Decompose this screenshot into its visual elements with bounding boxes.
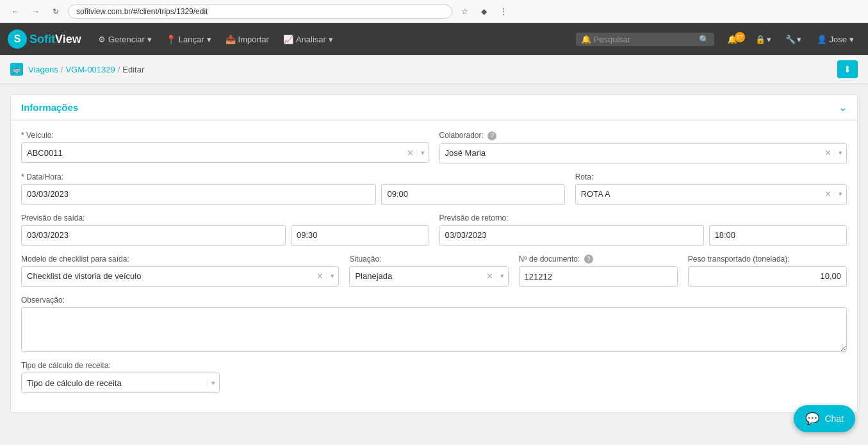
data-input[interactable] [21,184,376,205]
form-row-3: Previsão de saída: Previsão de retorno: [21,214,847,246]
card-body: * Veículo: ABC0011 ✕ ▾ Colaborador: ? [11,121,857,412]
chevron-down-icon: ▾ [797,35,801,44]
veiculo-select-wrapper[interactable]: ABC0011 ✕ ▾ [21,142,429,163]
form-group-situacao: Situação: Planejada ✕ ▾ [349,255,508,287]
checklist-clear-icon[interactable]: ✕ [314,271,326,281]
form-group-doc: Nº de documento: ? [519,255,678,287]
user-icon: 👤 [817,35,827,44]
forward-button[interactable]: → [28,5,44,18]
brand-icon: S [8,29,27,49]
checklist-select[interactable]: Checklist de vistoria de veículo [22,267,314,286]
nav-item-importar[interactable]: 📥 Importar [219,31,275,48]
bookmark-icon[interactable]: ☆ [457,5,472,18]
rota-label: Rota: [575,172,847,181]
nav-menu: ⚙ Gerenciar ▾ 📍 Lançar ▾ 📥 Importar 📈 An… [92,31,340,48]
form-group-tipo-calculo: Tipo de cálculo de receita: Tipo de cálc… [21,361,220,393]
hora-input[interactable] [381,184,564,205]
map-pin-icon: 📍 [166,35,176,44]
veiculo-clear-icon[interactable]: ✕ [404,148,416,158]
colaborador-clear-icon[interactable]: ✕ [822,148,834,158]
rota-select-wrapper[interactable]: ROTA A ✕ ▾ [575,184,847,205]
situacao-select-wrapper[interactable]: Planejada ✕ ▾ [349,266,508,287]
form-row-1: * Veículo: ABC0011 ✕ ▾ Colaborador: ? [21,131,847,164]
rota-clear-icon[interactable]: ✕ [822,189,834,199]
colaborador-select[interactable]: José Maria [440,144,823,163]
form-group-observacao: Observação: [21,296,847,352]
chat-label: Chat [824,414,844,424]
form-row-5: Observação: [21,296,847,352]
chevron-down-icon: ▾ [849,35,854,44]
tipo-calculo-select[interactable]: Tipo de cálculo de receita [22,373,207,392]
user-menu[interactable]: 👤 Jose ▾ [810,31,860,48]
colaborador-info-icon[interactable]: ? [487,131,496,140]
form-group-colaborador: Colaborador: ? José Maria ✕ ▾ [439,131,848,164]
nav-item-lancar[interactable]: 📍 Lançar ▾ [160,31,218,48]
breadcrumb: 🚌 Viagens / VGM-001329 / Editar ⬇ [0,55,868,84]
previsao-saida-time-input[interactable] [291,225,429,246]
menu-icon[interactable]: ⋮ [496,5,511,18]
situacao-select[interactable]: Planejada [350,267,483,286]
colaborador-arrow-icon[interactable]: ▾ [834,149,846,157]
previsao-saida-date-input[interactable] [21,225,286,246]
url-bar[interactable]: sofitview.com.br/#/client/trips/1329/edi… [68,4,452,19]
checklist-label: Modelo de checklist para saída: [21,255,339,264]
chevron-down-icon: ▾ [147,35,152,44]
rota-select[interactable]: ROTA A [576,185,822,204]
colaborador-select-wrapper[interactable]: José Maria ✕ ▾ [439,143,848,164]
previsao-retorno-date-input[interactable] [439,225,704,246]
navbar: S SofitView ⚙ Gerenciar ▾ 📍 Lançar ▾ 📥 I… [0,23,868,55]
form-group-previsao-retorno: Previsão de retorno: [439,214,848,246]
wrench-icon: 🔧 [785,35,796,44]
browser-addressbar: ← → ↻ sofitview.com.br/#/client/trips/13… [0,0,868,23]
peso-input[interactable] [688,266,847,287]
export-button[interactable]: ⬇ [837,60,858,78]
tipo-calculo-label: Tipo de cálculo de receita: [21,361,220,370]
tipo-calculo-select-wrapper[interactable]: Tipo de cálculo de receita ▾ [21,373,220,393]
previsao-retorno-label: Previsão de retorno: [439,214,848,222]
form-group-checklist: Modelo de checklist para saída: Checklis… [21,255,339,287]
breadcrumb-trips-link[interactable]: Viagens [28,65,58,74]
refresh-button[interactable]: ↻ [49,5,63,18]
data-hora-label: * Data/Hora: [21,172,565,181]
nav-item-gerenciar[interactable]: ⚙ Gerenciar ▾ [92,31,158,48]
veiculo-arrow-icon[interactable]: ▾ [416,149,429,157]
notification-btn[interactable]: 🔔 27 [718,31,746,48]
breadcrumb-sep-2: / [118,65,120,74]
main-content: Informações ⌄ * Veículo: ABC0011 ✕ ▾ [0,84,868,445]
doc-input[interactable] [519,266,678,287]
search-submit-icon[interactable]: 🔍 [699,35,709,44]
situacao-clear-icon[interactable]: ✕ [484,271,496,281]
search-input[interactable] [594,35,696,44]
settings-btn[interactable]: 🔧 ▾ [780,31,807,48]
search-icon: 🔔 [581,35,591,44]
import-icon: 📥 [225,35,236,44]
rota-arrow-icon[interactable]: ▾ [834,190,846,198]
form-row-6: Tipo de cálculo de receita: Tipo de cálc… [21,361,847,393]
checklist-select-wrapper[interactable]: Checklist de vistoria de veículo ✕ ▾ [21,266,339,287]
doc-info-icon[interactable]: ? [584,255,593,264]
veiculo-select[interactable]: ABC0011 [22,143,404,162]
form-row-4: Modelo de checklist para saída: Checklis… [21,255,847,287]
nav-item-analisar[interactable]: 📈 Analisar ▾ [277,31,340,48]
brand-name: SofitView [29,33,81,46]
previsao-retorno-time-input[interactable] [709,225,848,246]
chevron-down-icon: ▾ [767,35,771,44]
breadcrumb-current: Editar [122,65,144,74]
lock-btn[interactable]: 🔒 ▾ [750,31,776,48]
situacao-label: Situação: [349,255,508,264]
observacao-textarea[interactable] [21,307,847,352]
situacao-arrow-icon[interactable]: ▾ [496,272,508,280]
tipo-calculo-arrow-icon[interactable]: ▾ [207,379,219,387]
breadcrumb-trip-id-link[interactable]: VGM-001329 [65,65,115,74]
collapse-icon[interactable]: ⌄ [839,101,847,113]
notification-badge: 27 [735,32,745,42]
search-box[interactable]: 🔔 🔍 [576,33,714,46]
brand-logo[interactable]: S SofitView [8,29,81,49]
lock-icon: 🔒 [755,35,766,44]
gear-icon: ⚙ [98,35,106,44]
checklist-arrow-icon[interactable]: ▾ [326,272,338,280]
chat-button[interactable]: 💬 Chat [794,405,855,432]
back-button[interactable]: ← [8,5,23,18]
extensions-icon[interactable]: ◆ [477,5,491,18]
info-card: Informações ⌄ * Veículo: ABC0011 ✕ ▾ [10,94,858,413]
